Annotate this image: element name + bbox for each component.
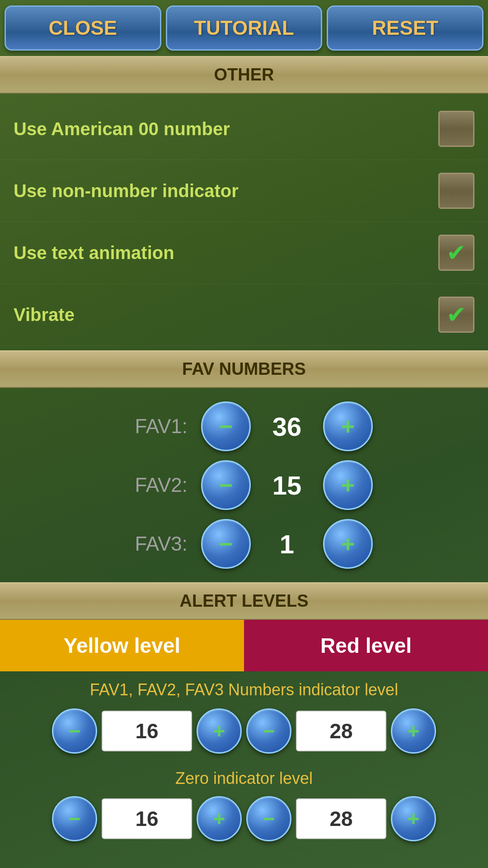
other-section-header: OTHER xyxy=(0,56,488,94)
alert-tabs: Yellow level Red level xyxy=(0,620,488,671)
zero-level-controls: − 16 + − 28 + xyxy=(0,792,488,850)
fav2-row: FAV2: − 15 + xyxy=(9,460,479,510)
alert-description: FAV1, FAV2, FAV3 Numbers indicator level xyxy=(0,671,488,704)
fav3-increment-button[interactable]: + xyxy=(323,519,373,569)
checkmark-3: ✔ xyxy=(446,303,466,326)
setting-row-2: Use text animation ✔ xyxy=(0,222,488,284)
fav1-decrement-button[interactable]: − xyxy=(201,401,251,451)
close-button[interactable]: CLOSE xyxy=(5,5,161,51)
setting-row-1: Use non-number indicator xyxy=(0,160,488,222)
fav3-value: 1 xyxy=(264,529,310,559)
checkbox-3[interactable]: ✔ xyxy=(438,297,474,333)
fav2-decrement-button[interactable]: − xyxy=(201,460,251,510)
setting-row-3: Vibrate ✔ xyxy=(0,284,488,346)
yellow-level-increment-button[interactable]: + xyxy=(197,708,242,754)
fav3-label: FAV3: xyxy=(115,533,188,555)
setting-row-0: Use American 00 number xyxy=(0,98,488,160)
zero-red-value[interactable]: 28 xyxy=(296,798,386,839)
alert-level-controls: − 16 + − 28 + xyxy=(0,704,488,763)
red-level-decrement-button[interactable]: − xyxy=(246,708,291,754)
checkmark-2: ✔ xyxy=(446,241,466,264)
zero-red-decrement-button[interactable]: − xyxy=(246,796,291,841)
zero-yellow-value[interactable]: 16 xyxy=(102,798,192,839)
red-level-value[interactable]: 28 xyxy=(296,711,386,751)
zero-yellow-increment-button[interactable]: + xyxy=(197,796,242,841)
setting-label-2: Use text animation xyxy=(14,243,438,263)
yellow-level-tab[interactable]: Yellow level xyxy=(0,620,244,671)
settings-area: Use American 00 number Use non-number in… xyxy=(0,94,488,350)
red-level-increment-button[interactable]: + xyxy=(391,708,436,754)
zero-indicator-label: Zero indicator level xyxy=(0,763,488,792)
checkbox-2[interactable]: ✔ xyxy=(438,235,474,271)
yellow-level-decrement-button[interactable]: − xyxy=(52,708,97,754)
alert-levels-section-header: ALERT LEVELS xyxy=(0,582,488,620)
tutorial-button[interactable]: TUTORIAL xyxy=(166,5,323,51)
yellow-level-value[interactable]: 16 xyxy=(102,711,192,751)
red-level-tab[interactable]: Red level xyxy=(244,620,488,671)
fav2-value: 15 xyxy=(264,470,310,500)
zero-red-increment-button[interactable]: + xyxy=(391,796,436,841)
fav1-row: FAV1: − 36 + xyxy=(9,401,479,451)
fav-numbers-area: FAV1: − 36 + FAV2: − 15 + FAV3: − 1 + xyxy=(0,388,488,582)
fav2-increment-button[interactable]: + xyxy=(323,460,373,510)
fav1-label: FAV1: xyxy=(115,415,188,438)
fav1-increment-button[interactable]: + xyxy=(323,401,373,451)
fav2-label: FAV2: xyxy=(115,474,188,496)
checkbox-0[interactable] xyxy=(438,111,474,147)
setting-label-0: Use American 00 number xyxy=(14,119,438,139)
zero-yellow-decrement-button[interactable]: − xyxy=(52,796,97,841)
top-bar: CLOSE TUTORIAL RESET xyxy=(0,0,488,56)
reset-button[interactable]: RESET xyxy=(327,5,483,51)
setting-label-3: Vibrate xyxy=(14,305,438,325)
fav-numbers-section-header: FAV NUMBERS xyxy=(0,350,488,388)
fav3-decrement-button[interactable]: − xyxy=(201,519,251,569)
checkbox-1[interactable] xyxy=(438,173,474,209)
fav1-value: 36 xyxy=(264,411,310,442)
setting-label-1: Use non-number indicator xyxy=(14,181,438,201)
fav3-row: FAV3: − 1 + xyxy=(9,519,479,569)
